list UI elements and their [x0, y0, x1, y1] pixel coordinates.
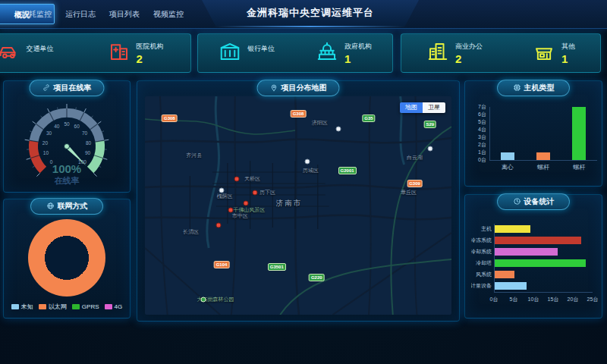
road-badge-G3501: G3501	[268, 263, 286, 271]
map-label: 济阳区	[312, 119, 328, 127]
map-marker-red[interactable]	[234, 177, 240, 182]
map-title-text: 项目分布地图	[281, 83, 327, 92]
svg-text:100%: 100%	[52, 162, 81, 175]
device-stats-panel-title: 设备统计	[497, 193, 570, 210]
bar-螺杆	[572, 107, 586, 160]
x-tick-label: 0台	[490, 296, 498, 303]
nav-tab-3[interactable]: 运行日志	[58, 0, 102, 29]
map-marker-white[interactable]	[219, 187, 225, 193]
stat-label: 交通单位	[27, 44, 54, 54]
map-label: 白云湖	[407, 154, 423, 162]
nav-tab-5[interactable]: 视频监控	[146, 0, 190, 29]
legend-swatch	[39, 304, 46, 309]
stat-texts: 政府机构1	[344, 42, 372, 65]
map-panel-title: 项目分布地图	[257, 80, 340, 96]
stat-texts: 商业办公2	[455, 42, 483, 65]
svg-text:70: 70	[82, 130, 88, 136]
device-stats-title-text: 设备统计	[524, 197, 555, 206]
svg-text:60: 60	[74, 124, 80, 129]
map-city-label: 济南市	[276, 199, 303, 209]
map-label: 槐荫区	[217, 193, 233, 200]
stat-value: 2	[455, 52, 483, 65]
svg-text:在线率: 在线率	[54, 176, 80, 185]
map-marker-red[interactable]	[228, 207, 234, 212]
online-rate-title-text: 项目在线率	[54, 83, 92, 92]
y-axis	[489, 107, 490, 160]
map-label: 历下区	[259, 189, 275, 196]
map-ctrl-map[interactable]: 地图	[400, 102, 423, 113]
stat-texts: 其他1	[561, 42, 575, 65]
legend-item-未知: 未知	[11, 303, 33, 311]
road-badge-G308: G308	[162, 115, 178, 122]
cpu-icon	[513, 83, 521, 93]
bar-冷却塔	[495, 259, 586, 267]
map-marker-red[interactable]	[244, 201, 249, 206]
map-label: 长清区	[183, 228, 199, 236]
map-marker-white[interactable]	[335, 127, 341, 132]
road-badge-S29: S29	[423, 121, 436, 128]
stat-value: 1	[344, 52, 372, 65]
svg-text:30: 30	[46, 130, 52, 136]
map-canvas[interactable]: 地图卫星 济南市天桥区历下区市中区槐荫区历城区长清区章丘区济阳区齐河县白云湖千佛…	[145, 96, 451, 315]
stat-label: 银行单位	[247, 44, 275, 54]
bank-icon	[219, 40, 241, 66]
panel-host-type: 主机类型 0台1台2台3台4台5台6台7台离心螺杆螺杆	[464, 80, 602, 187]
map-marker-white[interactable]	[427, 146, 432, 152]
legend-label: GPRS	[82, 303, 99, 310]
map-marker-red[interactable]	[215, 222, 221, 228]
bar-冷却系统	[495, 248, 558, 256]
nav-tab-4[interactable]: 项目列表	[102, 0, 146, 29]
office-icon	[426, 40, 449, 66]
title-underline	[214, 26, 407, 27]
stat-label: 政府机构	[344, 42, 372, 52]
y-category-label: 风系统	[471, 271, 492, 278]
y-category-label: 计量设备	[471, 282, 492, 290]
stat-item: 政府机构1	[316, 40, 372, 66]
stat-card-2: 银行单位政府机构1	[197, 33, 393, 73]
y-axis-label: 3台	[470, 133, 486, 141]
y-category-label: 冷却塔	[471, 259, 492, 267]
nav-tab-2[interactable]: 能耗监控	[14, 0, 58, 29]
map-marker-white[interactable]	[305, 159, 310, 165]
y-axis-label: 6台	[470, 111, 486, 118]
bar-主机	[495, 225, 530, 233]
legend-item-4G: 4G	[105, 303, 123, 311]
y-axis-label: 2台	[470, 141, 486, 149]
map-layer-switcher: 地图卫星	[400, 102, 445, 113]
y-axis-label: 4台	[470, 126, 486, 133]
stat-item: 其他1	[533, 40, 575, 66]
map-marker-red[interactable]	[253, 190, 258, 195]
map-marker-green[interactable]	[200, 297, 206, 302]
device-stats-chart: 主机冷冻系统冷却系统冷却塔风系统计量设备0台5台10台15台20台25台	[471, 219, 596, 315]
road-badge-G2001: G2001	[338, 167, 357, 174]
road-badge-G35: G35	[362, 115, 375, 122]
legend-item-GPRS: GPRS	[72, 303, 99, 311]
stat-item: 交通单位	[0, 40, 54, 66]
globe-icon	[46, 202, 55, 212]
stat-card-3: 商业办公2其他1	[401, 33, 601, 73]
x-category-label: 螺杆	[573, 163, 585, 171]
y-category-label: 冷冻系统	[471, 237, 492, 244]
stat-label: 商业办公	[455, 42, 483, 52]
online-rate-gauge: 0102030405060708090100100%在线率	[6, 98, 127, 189]
y-axis-label: 1台	[470, 149, 486, 156]
link-icon	[42, 83, 51, 93]
panel-network: 联网方式 未知以太网GPRS4G	[3, 199, 131, 318]
network-title-text: 联网方式	[58, 202, 88, 210]
host-type-panel-title: 主机类型	[497, 80, 570, 96]
x-axis	[494, 292, 593, 293]
legend-swatch	[72, 304, 80, 309]
y-category-label: 主机	[471, 225, 492, 233]
x-category-label: 离心	[502, 163, 514, 171]
stat-card-1: 交通单位医院机构2	[0, 33, 191, 73]
legend-label: 以太网	[49, 303, 67, 311]
bar-螺杆	[536, 152, 550, 160]
network-legend: 未知以太网GPRS4G	[4, 303, 130, 311]
dashboard-screen: 概况能耗监控运行日志项目列表视频监控 金洲科瑞中央空调运维平台 交通单位医院机构…	[0, 0, 607, 364]
panel-device-stats: 设备统计 主机冷冻系统冷却系统冷却塔风系统计量设备0台5台10台15台20台25…	[464, 194, 602, 318]
map-ctrl-satellite[interactable]: 卫星	[423, 102, 445, 113]
map-label: 市中区	[232, 212, 248, 220]
x-tick-label: 25台	[587, 296, 599, 303]
legend-item-以太网: 以太网	[39, 303, 67, 311]
stat-texts: 银行单位	[247, 44, 275, 62]
